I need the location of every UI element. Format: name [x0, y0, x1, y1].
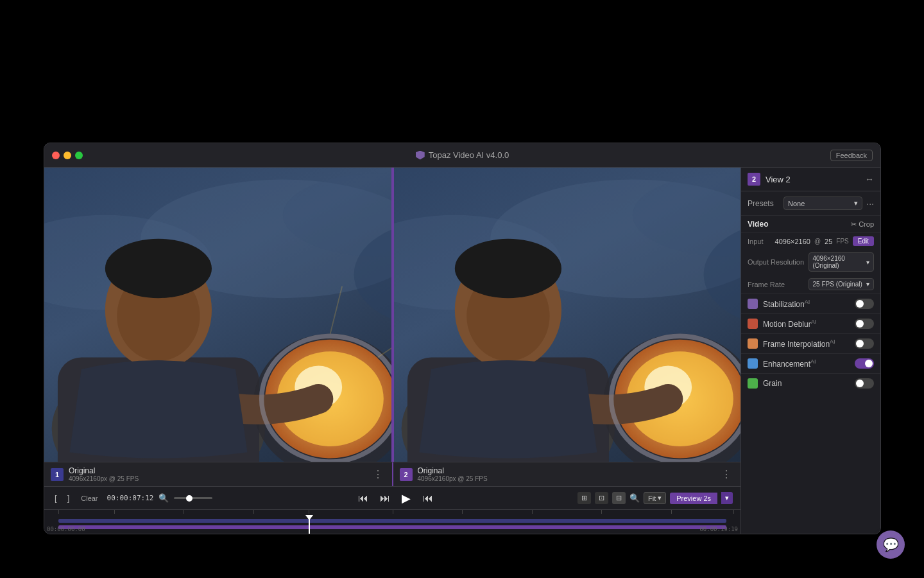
view-panel-1: [44, 168, 391, 462]
clip-menu-button-1[interactable]: ⋮: [370, 467, 386, 482]
panel-header: 2 View 2 ↔: [741, 168, 880, 191]
clip-info-2: Original 4096x2160px @ 25 FPS: [418, 466, 714, 482]
title-text: Topaz Video AI v4.0.0: [429, 150, 509, 160]
zoom-slider[interactable]: [174, 497, 212, 499]
feature-name-1: Motion DeblurAI: [763, 319, 850, 329]
input-fps: 25: [825, 238, 832, 245]
output-res-select[interactable]: 4096×2160 (Original) ▾: [809, 252, 875, 272]
fit-dropdown[interactable]: Fit ▾: [644, 492, 666, 504]
clip-name-1: Original: [69, 466, 365, 475]
title-bar: Topaz Video AI v4.0.0 Feedback: [44, 143, 880, 168]
timeline-track-1: [44, 518, 740, 524]
app-title: Topaz Video AI v4.0.0: [416, 150, 509, 160]
panel-expand-button[interactable]: ↔: [865, 174, 874, 184]
play-button[interactable]: ▶: [399, 490, 413, 507]
track-fill-2: [58, 525, 727, 529]
presets-more-button[interactable]: ···: [866, 198, 874, 209]
clip-name-2: Original: [418, 466, 714, 475]
feature-row-1: Motion DeblurAI: [741, 313, 880, 333]
track-fill-1: [58, 519, 727, 523]
feature-toggle-1[interactable]: [855, 319, 874, 329]
clip-number-1: 1: [51, 468, 64, 481]
presets-row: Presets None ▾ ···: [741, 191, 880, 216]
frame-rate-chevron-icon: ▾: [866, 281, 869, 288]
step-back-button[interactable]: ⏭: [377, 491, 393, 505]
input-edit-button[interactable]: Edit: [853, 236, 874, 246]
controls-bar: [ ] Clear 00:00:07:12 🔍 ⏮ ⏭ ▶ ⏭ ⊞: [44, 486, 740, 509]
preview-button[interactable]: Preview 2s: [670, 493, 717, 504]
feature-icon-2: [748, 338, 758, 349]
time-start: 00:00:00:00: [47, 526, 85, 532]
clip-info-bar: 1 Original 4096x2160px @ 25 FPS ⋮ 2 Orig…: [44, 462, 740, 486]
feedback-button[interactable]: Feedback: [830, 150, 873, 161]
tick-row: [44, 510, 740, 518]
crop-icon: ✂: [851, 220, 857, 229]
close-button[interactable]: [52, 152, 60, 159]
view-mode-compare-button[interactable]: ⊡: [595, 492, 608, 504]
presets-label: Presets: [748, 199, 780, 208]
frame-rate-select[interactable]: 25 FPS (Original) ▾: [809, 278, 875, 290]
maximize-button[interactable]: [75, 152, 83, 159]
feature-row-4: Grain: [741, 373, 880, 393]
output-res-row: Output Resolution 4096×2160 (Original) ▾: [741, 249, 880, 275]
timeline-scrubber[interactable]: 00:00:00:00 00:00:19:19: [44, 509, 740, 534]
feature-row-2: Frame InterpolationAI: [741, 333, 880, 353]
panel-number: 2: [748, 173, 760, 186]
chat-icon: 💬: [883, 537, 899, 552]
view-panel-2: [393, 168, 741, 462]
panel-title: View 2: [766, 175, 860, 184]
preview-dropdown-button[interactable]: ▾: [721, 492, 733, 504]
right-panel: 2 View 2 ↔ Presets None ▾ ··· Video ✂ Cr…: [740, 168, 880, 534]
main-content: 1 Original 4096x2160px @ 25 FPS ⋮ 2 Orig…: [44, 168, 880, 534]
crop-button[interactable]: ✂ Crop: [851, 220, 874, 229]
presets-value: None: [788, 200, 805, 207]
feature-icon-0: [748, 299, 758, 309]
rewind-to-start-button[interactable]: ⏮: [355, 491, 371, 505]
clip-info-1: Original 4096x2160px @ 25 FPS: [69, 466, 365, 482]
view-panels: [44, 168, 740, 462]
feature-toggle-4[interactable]: [855, 378, 874, 389]
frame-rate-row: Frame Rate 25 FPS (Original) ▾: [741, 275, 880, 293]
chat-button[interactable]: 💬: [877, 530, 905, 559]
input-row: Input 4096×2160 @ 25 FPS Edit: [741, 233, 880, 249]
feature-icon-1: [748, 319, 758, 329]
bracket-close-button[interactable]: ]: [65, 493, 73, 504]
output-res-value: 4096×2160 (Original): [813, 255, 867, 269]
bracket-open-button[interactable]: [: [52, 493, 60, 504]
video-container-1: [44, 168, 391, 462]
input-value: 4096×2160: [775, 238, 810, 245]
svg-point-10: [105, 239, 212, 298]
fit-label: Fit: [648, 495, 656, 502]
transport-controls: ⏮ ⏭ ▶ ⏭: [218, 490, 572, 507]
video-area: 1 Original 4096x2160px @ 25 FPS ⋮ 2 Orig…: [44, 168, 740, 534]
feature-toggle-0[interactable]: [855, 299, 874, 309]
minimize-button[interactable]: [64, 152, 71, 159]
view-mode-split-button[interactable]: ⊟: [612, 492, 626, 504]
clip-strip-2: 2 Original 4096x2160px @ 25 FPS ⋮: [393, 462, 741, 486]
output-res-chevron-icon: ▾: [866, 259, 869, 266]
video-section-title: Video: [748, 220, 768, 229]
clear-button[interactable]: Clear: [77, 494, 101, 503]
video-container-2: [394, 168, 741, 462]
time-end: 00:00:19:19: [699, 526, 738, 532]
feature-row-3: EnhancementAI: [741, 353, 880, 373]
feature-icon-3: [748, 358, 758, 369]
clip-menu-button-2[interactable]: ⋮: [719, 467, 734, 482]
timeline-tracks: [44, 518, 740, 534]
traffic-lights: [52, 152, 83, 159]
feature-icon-4: [748, 378, 758, 389]
input-label: Input: [748, 238, 771, 245]
step-forward-button[interactable]: ⏭: [420, 491, 435, 505]
feature-name-3: EnhancementAI: [763, 358, 850, 369]
svg-point-28: [454, 239, 561, 298]
view-mode-single-button[interactable]: ⊞: [578, 492, 591, 504]
presets-select[interactable]: None ▾: [783, 197, 862, 210]
feature-name-0: StabilizationAI: [763, 299, 850, 309]
clip-meta-1: 4096x2160px @ 25 FPS: [69, 475, 365, 482]
video-frame-2: [394, 168, 741, 462]
feature-toggle-2[interactable]: [855, 338, 874, 349]
time-display: 00:00:07:12: [107, 494, 154, 502]
clip-meta-2: 4096x2160px @ 25 FPS: [418, 475, 714, 482]
playhead[interactable]: [309, 518, 310, 534]
feature-toggle-3[interactable]: [855, 358, 874, 369]
